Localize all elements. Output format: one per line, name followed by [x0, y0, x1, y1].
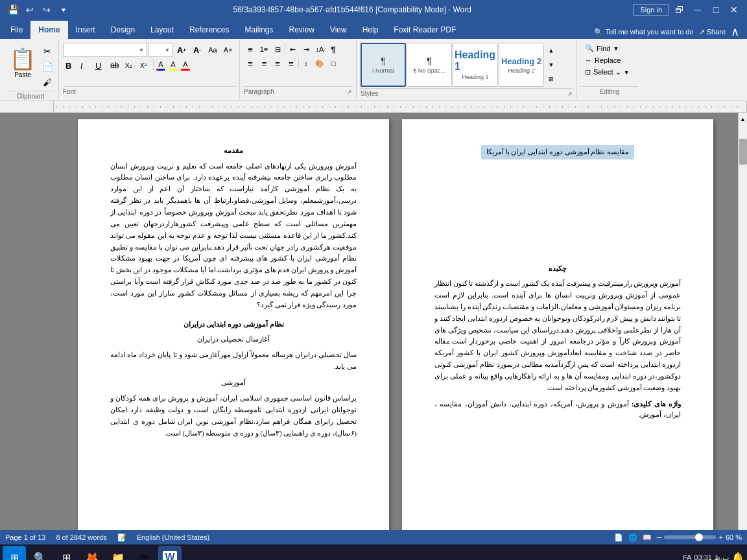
align-right-button[interactable]: ≡ — [271, 57, 284, 70]
taskbar: ⊞ 🔍 ⊞ 🦊 📁 🛍 W FA 03:31 ب.ظ 🔔 — [0, 544, 747, 560]
restore-window-button[interactable]: 🗗 — [672, 2, 687, 18]
para2[interactable]: سال تحصیلی درایران هرساله معمولاً ازاول … — [110, 349, 357, 373]
subscript-button[interactable]: X₂ — [123, 58, 137, 73]
undo-button[interactable]: ↩ — [22, 2, 38, 18]
show-hide-button[interactable]: ¶ — [327, 43, 340, 56]
ribbon-collapse-button[interactable]: ∧ — [731, 25, 739, 39]
zoom-in-button[interactable]: + — [718, 533, 722, 541]
scroll-up-button[interactable]: ▲ — [739, 113, 748, 126]
taskbar-store[interactable]: 🛍 — [132, 546, 156, 560]
clear-format-button[interactable]: A✕ — [221, 43, 235, 57]
format-painter-button[interactable]: 🖌 — [40, 75, 54, 89]
notification-button[interactable]: 🔔 — [731, 552, 744, 561]
scroll-thumb[interactable] — [739, 139, 747, 165]
styles-more[interactable]: ⊞ — [547, 73, 556, 86]
line-spacing-button[interactable]: ↕ — [300, 57, 313, 70]
customize-button[interactable]: ▼ — [56, 2, 71, 18]
strikethrough-button[interactable]: ab — [108, 58, 122, 73]
keywords-label: واژه های کلیدی: — [632, 401, 681, 408]
increase-font-button[interactable]: A+ — [174, 43, 189, 57]
style-heading2-label: Heading 2 — [508, 67, 534, 74]
tab-insert[interactable]: Insert — [68, 21, 103, 39]
start-button[interactable]: ⊞ — [3, 546, 26, 560]
find-button[interactable]: 🔍 Find ▼ — [581, 43, 633, 54]
font-color-button[interactable]: A — [180, 60, 191, 71]
change-case-button[interactable]: Aa — [206, 43, 220, 57]
tab-file[interactable]: File — [3, 21, 30, 39]
abstract-text[interactable]: آموزش وپرورش رازمینترقیت و پیشرفت آینده … — [434, 278, 681, 393]
apps-icon: ⊞ — [62, 552, 71, 561]
tell-me-box[interactable]: 🔍 Tell me what you want to do — [594, 28, 694, 36]
cut-button[interactable]: ✂ — [40, 44, 54, 58]
taskbar-left: ⊞ 🔍 ⊞ 🦊 📁 🛍 W — [3, 546, 182, 560]
para3-text: براساس قانون اساسی جمهوری اسلامی ایران، … — [110, 395, 357, 437]
styles-scroll-up[interactable]: ▲ — [547, 44, 556, 57]
styles-dialog-button[interactable]: ↗ — [567, 91, 573, 97]
vertical-scrollbar[interactable]: ▲ — [738, 113, 747, 530]
justify-button[interactable]: ≡ — [285, 57, 298, 70]
tab-home[interactable]: Home — [30, 21, 67, 39]
font-format-row: B I U ab X₂ X² A A A — [63, 58, 191, 73]
close-button[interactable]: ✕ — [726, 2, 742, 18]
tab-design[interactable]: Design — [103, 21, 143, 39]
taskbar-browser[interactable]: 🦊 — [80, 546, 104, 560]
para3[interactable]: براساس قانون اساسی جمهوری اسلامی ایران، … — [110, 393, 357, 439]
align-left-button[interactable]: ≡ — [244, 57, 257, 70]
font-size-selector[interactable]: ▼ — [148, 43, 173, 57]
minimize-button[interactable]: ─ — [690, 2, 706, 18]
tab-layout[interactable]: Layout — [143, 21, 182, 39]
maximize-button[interactable]: □ — [708, 2, 724, 18]
multilevel-button[interactable]: ⊟ — [271, 43, 284, 56]
paragraph-dialog-button[interactable]: ↗ — [347, 89, 352, 95]
view-read-button[interactable]: 📖 — [643, 533, 652, 542]
replace-button[interactable]: ↔ Replace — [581, 55, 633, 65]
share-button[interactable]: ↗ Share — [699, 28, 726, 36]
style-normal[interactable]: ¶ I Normal — [361, 43, 406, 87]
copy-button[interactable]: 📄 — [40, 60, 54, 74]
increase-indent-button[interactable]: ⇥ — [300, 43, 313, 56]
select-button[interactable]: ⊡ Select ⌄ ▼ — [581, 67, 634, 78]
taskbar-apps[interactable]: ⊞ — [54, 546, 78, 560]
font-size-caret: ▼ — [165, 47, 170, 53]
tab-mailings[interactable]: Mailings — [237, 21, 281, 39]
sort-button[interactable]: ↕A — [313, 43, 326, 56]
align-center-button[interactable]: ≡ — [257, 57, 270, 70]
styles-scroll-controls: ▲ ▼ ⊞ — [545, 43, 557, 87]
tab-review[interactable]: Review — [281, 21, 322, 39]
numbering-button[interactable]: 1≡ — [257, 43, 270, 56]
view-web-button[interactable]: 🌐 — [628, 533, 637, 542]
underline-button[interactable]: U — [93, 58, 107, 73]
decrease-indent-button[interactable]: ⇤ — [286, 43, 299, 56]
tab-help[interactable]: Help — [355, 21, 386, 39]
zoom-bar[interactable] — [664, 535, 716, 539]
style-no-spacing[interactable]: ¶ ¶ No Spac... — [407, 43, 452, 87]
italic-button[interactable]: I — [78, 58, 92, 73]
decrease-font-button[interactable]: A- — [190, 43, 204, 57]
intro-para[interactable]: آموزش وپرورش یکی ازنهادهای اصلی جامعه اس… — [110, 161, 357, 311]
superscript-button[interactable]: X² — [137, 58, 152, 73]
borders-button[interactable]: □ — [327, 57, 340, 70]
bullets-button[interactable]: ≡ — [244, 43, 257, 56]
shading-button[interactable]: 🎨 — [313, 57, 326, 70]
save-button[interactable]: 💾 — [5, 2, 21, 18]
taskbar-files[interactable]: 📁 — [106, 546, 130, 560]
style-heading2[interactable]: Heading 2 Heading 2 — [499, 43, 544, 87]
text-effect-button[interactable]: A — [155, 60, 167, 71]
right-page: مقایسه نظام آموزشی دوره ابتدایی ایران با… — [402, 119, 713, 530]
sign-in-button[interactable]: Sign in — [633, 4, 669, 16]
zoom-out-button[interactable]: ─ — [657, 533, 662, 541]
redo-button[interactable]: ↪ — [39, 2, 54, 18]
taskbar-word[interactable]: W — [158, 546, 182, 560]
tab-view[interactable]: View — [322, 21, 355, 39]
tab-references[interactable]: References — [182, 21, 237, 39]
style-heading1[interactable]: Heading 1 Heading 1 — [453, 43, 498, 87]
font-name-selector[interactable]: ▼ — [63, 43, 147, 57]
view-normal-button[interactable]: 📄 — [614, 533, 623, 542]
zoom-level: 60 % — [726, 533, 742, 541]
taskbar-search[interactable]: 🔍 — [29, 546, 52, 560]
highlight-button[interactable]: A — [167, 60, 179, 71]
tab-foxit[interactable]: Foxit Reader PDF — [386, 21, 464, 39]
paste-button[interactable]: 📋 Paste — [6, 43, 39, 82]
bold-button[interactable]: B — [63, 58, 77, 73]
styles-scroll-down[interactable]: ▼ — [547, 58, 556, 71]
